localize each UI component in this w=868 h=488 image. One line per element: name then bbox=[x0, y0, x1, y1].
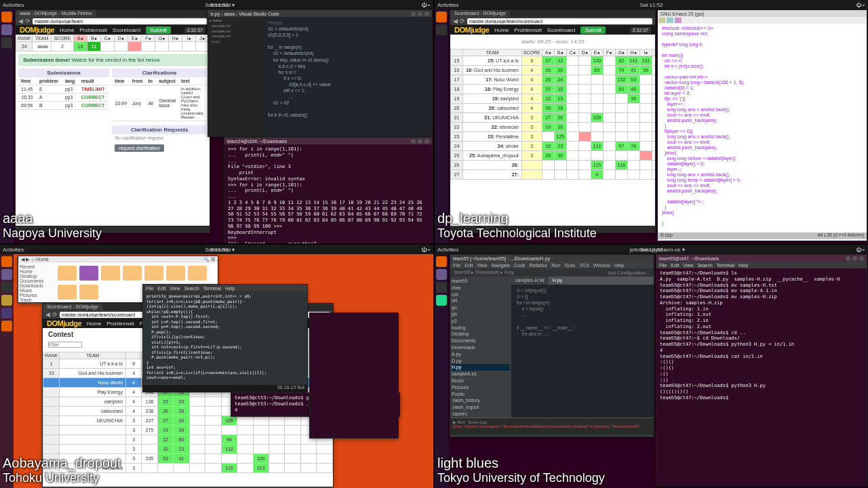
url-input[interactable] bbox=[467, 18, 652, 24]
emacs-buffer[interactable]: #include <bits/stdc++.h> using namespace… bbox=[658, 24, 867, 232]
clarifications-header: Clarifications bbox=[112, 68, 207, 77]
gnome-topbar: Activities jetbrains-pycharm-ce ▾ Sat 11… bbox=[435, 245, 868, 254]
contest-clock: 2:32:37 bbox=[184, 27, 205, 33]
submit-button[interactable]: Submit bbox=[146, 26, 171, 34]
project-tree[interactable]: team55ideacdtdrtgojdtp2toolingDesktopDoc… bbox=[450, 277, 511, 418]
pycharm-window: team55 [~/home/team55] - .../Downloads/H… bbox=[450, 254, 654, 437]
url-input[interactable] bbox=[33, 18, 207, 24]
reload-icon[interactable]: ⟳ bbox=[25, 18, 31, 24]
domjudge-icon[interactable] bbox=[1, 295, 12, 306]
quadrant-1: Activities Terminal ▾ Sat 11:52 ⏻ ▾ aaaa… bbox=[0, 0, 433, 243]
firefox-icon[interactable] bbox=[1, 256, 12, 267]
terminal-icon[interactable] bbox=[436, 282, 447, 293]
clar-req-header: Clarification Requests bbox=[112, 125, 207, 134]
submissions-table: timeproblemlangresult 11:45Epy3TIMELIMIT… bbox=[18, 77, 109, 110]
eclipse-icon[interactable] bbox=[1, 308, 12, 319]
emacs-modeline: B.cppAll L35 (C++/l Abbrev) bbox=[658, 232, 867, 239]
firefox-scoreboard: Scoreboard - DOMjudge ◀⟳ DOMjudge HomePr… bbox=[450, 9, 656, 233]
firefox-icon[interactable] bbox=[436, 12, 447, 22]
search-icon[interactable]: 🔍 ☰ bbox=[203, 257, 215, 262]
submission-row[interactable]: 09:56Bpy3CORRECT bbox=[18, 102, 109, 110]
run-console: ▶ Run Event Log Error: Cannot run progra… bbox=[450, 418, 654, 435]
editor-tab-active[interactable]: H.py bbox=[549, 277, 566, 285]
quadrant-2: Activities Sat 11:52 ⏻ ▾ Scoreboard - DO… bbox=[435, 0, 868, 243]
no-clar: No clarification request. bbox=[112, 134, 207, 142]
submission-alert: Submission done! Submission done! Watch … bbox=[18, 54, 207, 66]
files-icon[interactable] bbox=[436, 269, 447, 280]
terminal-empty[interactable] bbox=[309, 312, 399, 439]
files-icon[interactable] bbox=[1, 24, 12, 35]
clar-row[interactable]: 10:49JuryAllGeneral issueIn addition, In… bbox=[112, 85, 207, 121]
submissions-header: Submissions bbox=[18, 68, 109, 77]
submission-row[interactable]: 10:33Apy3CORRECT bbox=[18, 94, 109, 102]
editor-tab[interactable]: samples-H.txt bbox=[511, 277, 549, 285]
gnome-topbar: Activities Terminal ▾ Sat 11:52 ⏻ ▾ bbox=[0, 245, 433, 254]
files-sidebar[interactable]: RecentHomeDesktopDocumentsDownloadsMusic… bbox=[18, 263, 55, 302]
dock bbox=[0, 254, 14, 488]
vim-editor[interactable]: priority_queue<pair<pi,pair<int,int>> > … bbox=[143, 291, 307, 385]
sys-tray[interactable]: ⏻ ▾ bbox=[421, 2, 431, 8]
pycharm-icon[interactable] bbox=[436, 295, 447, 306]
browser-tab[interactable]: aaaa - DOMjudge - Mozilla Firefox bbox=[16, 10, 96, 17]
activities[interactable]: Activities bbox=[3, 2, 24, 8]
files-icon[interactable] bbox=[1, 269, 12, 280]
quadrant-3: Activities Terminal ▾ Sat 11:52 ⏻ ▾ ◀ ▶ … bbox=[0, 245, 433, 488]
terminal-icon[interactable] bbox=[1, 37, 12, 48]
emacs-window: GNU Emacs 25 (gui) #include <bits/stdc++… bbox=[657, 9, 867, 241]
nav-problemset[interactable]: Problemset bbox=[79, 27, 106, 33]
firefox-icon[interactable] bbox=[1, 12, 12, 22]
firefox-icon-2[interactable] bbox=[1, 321, 12, 331]
back-icon[interactable]: ◀ bbox=[18, 18, 23, 24]
team-overlay: light bluesTokyo University of Technolog… bbox=[437, 455, 605, 485]
gnome-topbar: Activities Sat 11:52 ⏻ ▾ bbox=[435, 0, 868, 9]
contest-time: starts: 09:25 - ends: 14:25 bbox=[450, 35, 655, 49]
nav-home[interactable]: Home bbox=[60, 27, 74, 33]
pycharm-title: team55 [~/home/team55] - .../Downloads/H… bbox=[453, 256, 550, 261]
firefox-icon[interactable] bbox=[436, 256, 447, 267]
clar-table: timefromtosubjecttext 10:49JuryAllGenera… bbox=[112, 77, 207, 121]
terminal[interactable]: team55@ct47:~/Downloads$ ls A.py sample-… bbox=[656, 268, 867, 485]
run-config[interactable]: Add Configuration... bbox=[608, 270, 650, 275]
mini-scoreboard: RANKTEAMSCORE A●B●C●D●E●F●G●H●I●J● 24aaa… bbox=[16, 35, 210, 52]
request-clar-button[interactable]: request clarification bbox=[115, 144, 163, 152]
emacs-title: GNU Emacs 25 (gui) bbox=[660, 12, 705, 16]
terminal-icon[interactable] bbox=[436, 24, 447, 35]
dock bbox=[0, 9, 14, 243]
nav-scoreboard[interactable]: Scoreboard bbox=[113, 27, 140, 33]
gnome-topbar: Activities Terminal ▾ Sat 11:52 ⏻ ▾ bbox=[0, 0, 433, 9]
terminal-title: team55@ct47: ~/Downloads bbox=[659, 256, 719, 261]
code-editor[interactable]: Project d1 = defaultdict(int) d1[0,0,0,0… bbox=[262, 17, 336, 136]
browser-tab[interactable]: Scoreboard - DOMjudge bbox=[450, 10, 510, 17]
gedit-window: FileEditViewSearchTerminalHelp priority_… bbox=[142, 284, 308, 392]
emacs-toolbar[interactable] bbox=[658, 17, 867, 24]
vscode-window: e.py - aaaa - Visual Studio Code ▸ aaaa … bbox=[208, 9, 433, 137]
code-editor[interactable]: n = int(input()) d = {} for i in range(n… bbox=[511, 285, 654, 340]
firefox-window: aaaa - DOMjudge - Mozilla Firefox ◀ ⟳ DO… bbox=[15, 9, 210, 233]
domjudge-navbar: DOMjudge Home Problemset Scoreboard Subm… bbox=[16, 25, 210, 35]
domjudge-logo: DOMjudge bbox=[20, 26, 54, 34]
terminal-window: team55@ct47: ~/Downloads FileEditViewSea… bbox=[656, 254, 867, 486]
terminal-title: team24@ct24: ~/Downloads bbox=[227, 139, 287, 144]
window-title: e.py - aaaa - Visual Studio Code bbox=[211, 12, 279, 16]
vscode-explorer[interactable]: ▸ aaaa sample.txt sample.txt sample.txt … bbox=[208, 17, 262, 136]
dock bbox=[435, 254, 448, 488]
vim-status: 56,18-15 Bot bbox=[143, 385, 307, 392]
filter-input[interactable] bbox=[48, 342, 82, 348]
submission-row[interactable]: 11:45Epy3TIMELIMIT bbox=[18, 85, 109, 94]
terminal[interactable]: >>> for i in range(1,101): ... print(i, … bbox=[224, 144, 432, 243]
dock bbox=[435, 9, 448, 243]
terminal-window: team24@ct24: ~/Downloads >>> for i in ra… bbox=[224, 137, 433, 243]
terminal-icon[interactable] bbox=[1, 282, 12, 293]
scoreboard-table: TEAMSCORE A●B●C●D●E●F●G●H●I●J●K● 1515: U… bbox=[450, 49, 655, 180]
quadrant-4: Activities jetbrains-pycharm-ce ▾ Sat 11… bbox=[435, 245, 868, 488]
clock: Sat 11:52 bbox=[205, 2, 228, 8]
